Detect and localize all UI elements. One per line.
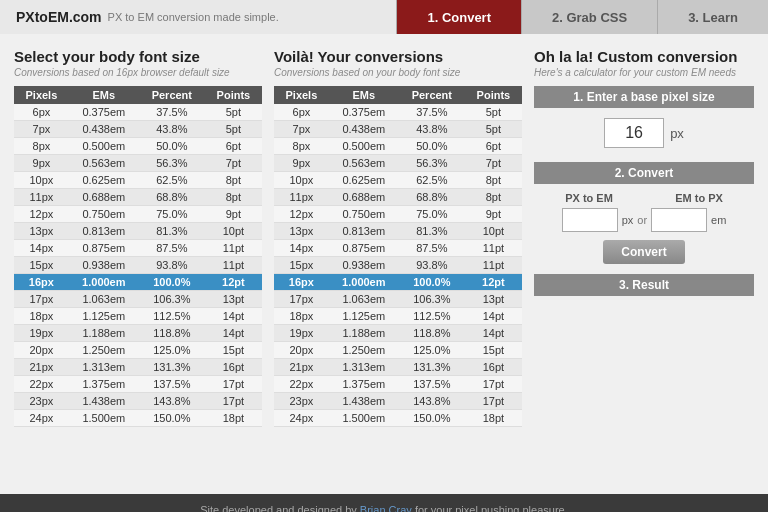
col-pixels-left: Pixels [14, 86, 69, 104]
em-unit-label: em [711, 214, 726, 226]
nav-tabs: 1. Convert 2. Grab CSS 3. Learn [396, 0, 768, 34]
px-input[interactable] [562, 208, 618, 232]
table-row[interactable]: 10px0.625em62.5%8pt [14, 172, 262, 189]
footer-text-after: for your pixel pushing pleasure. [412, 504, 568, 512]
step1-header: 1. Enter a base pixel size [534, 86, 754, 108]
table-row[interactable]: 15px0.938em93.8%11pt [14, 257, 262, 274]
table-row[interactable]: 17px1.063em106.3%13pt [14, 291, 262, 308]
table-row[interactable]: 24px1.500em150.0%18pt [274, 410, 522, 427]
table-row[interactable]: 19px1.188em118.8%14pt [14, 325, 262, 342]
table-row[interactable]: 19px1.188em118.8%14pt [274, 325, 522, 342]
convert-labels: PX to EM EM to PX [534, 192, 754, 204]
table-row[interactable]: 13px0.813em81.3%10pt [14, 223, 262, 240]
table-row[interactable]: 22px1.375em137.5%17pt [14, 376, 262, 393]
table-row[interactable]: 11px0.688em68.8%8pt [14, 189, 262, 206]
table-row[interactable]: 17px1.063em106.3%13pt [274, 291, 522, 308]
middle-table: Pixels EMs Percent Points 6px0.375em37.5… [274, 86, 522, 427]
middle-panel-subtitle: Conversions based on your body font size [274, 67, 522, 78]
table-row[interactable]: 21px1.313em131.3%16pt [274, 359, 522, 376]
table-row[interactable]: 15px0.938em93.8%11pt [274, 257, 522, 274]
col-percent-left: Percent [139, 86, 205, 104]
result-section [534, 304, 754, 344]
left-panel-subtitle: Conversions based on 16px browser defaul… [14, 67, 262, 78]
table-row[interactable]: 24px1.500em150.0%18pt [14, 410, 262, 427]
table-row[interactable]: 11px0.688em68.8%8pt [274, 189, 522, 206]
col-percent-mid: Percent [399, 86, 465, 104]
table-row[interactable]: 10px0.625em62.5%8pt [274, 172, 522, 189]
logo: PXtoEM.com [16, 9, 102, 25]
step2-header: 2. Convert [534, 162, 754, 184]
table-row[interactable]: 7px0.438em43.8%5pt [274, 121, 522, 138]
left-table: Pixels EMs Percent Points 6px0.375em37.5… [14, 86, 262, 427]
footer: Site developed and designed by Brian Cra… [0, 494, 768, 512]
em-input[interactable] [651, 208, 707, 232]
table-row[interactable]: 18px1.125em112.5%14pt [14, 308, 262, 325]
base-pixel-input[interactable] [604, 118, 664, 148]
em-to-px-label: EM to PX [644, 192, 754, 204]
right-panel: Oh la la! Custom conversion Here's a cal… [534, 48, 754, 484]
table-row[interactable]: 6px0.375em37.5%5pt [14, 104, 262, 121]
tab-learn[interactable]: 3. Learn [657, 0, 768, 34]
table-row[interactable]: 9px0.563em56.3%7pt [14, 155, 262, 172]
left-panel-title: Select your body font size [14, 48, 262, 65]
col-pixels-mid: Pixels [274, 86, 329, 104]
col-points-mid: Points [465, 86, 522, 104]
tab-convert[interactable]: 1. Convert [396, 0, 521, 34]
col-points-left: Points [205, 86, 262, 104]
table-row[interactable]: 9px0.563em56.3%7pt [274, 155, 522, 172]
left-panel: Select your body font size Conversions b… [14, 48, 262, 484]
table-row[interactable]: 7px0.438em43.8%5pt [14, 121, 262, 138]
step3-header: 3. Result [534, 274, 754, 296]
table-row[interactable]: 8px0.500em50.0%6pt [14, 138, 262, 155]
footer-link[interactable]: Brian Cray [360, 504, 412, 512]
logo-area: PXtoEM.com PX to EM conversion made simp… [0, 0, 295, 34]
px-unit-label: px [622, 214, 634, 226]
or-text: or [637, 214, 647, 226]
px-to-em-label: PX to EM [534, 192, 644, 204]
table-row[interactable]: 6px0.375em37.5%5pt [274, 104, 522, 121]
table-row[interactable]: 12px0.750em75.0%9pt [274, 206, 522, 223]
convert-section: PX to EM EM to PX px or em Convert [534, 192, 754, 264]
table-row[interactable]: 13px0.813em81.3%10pt [274, 223, 522, 240]
col-ems-left: EMs [69, 86, 139, 104]
base-px-label: px [670, 126, 684, 141]
logo-tagline: PX to EM conversion made simple. [108, 11, 279, 23]
footer-text-before: Site developed and designed by [200, 504, 360, 512]
tab-grab-css[interactable]: 2. Grab CSS [521, 0, 657, 34]
base-pixel-box: px [534, 118, 754, 148]
table-row[interactable]: 20px1.250em125.0%15pt [274, 342, 522, 359]
table-row[interactable]: 8px0.500em50.0%6pt [274, 138, 522, 155]
convert-inputs: px or em [534, 208, 754, 232]
table-row[interactable]: 23px1.438em143.8%17pt [14, 393, 262, 410]
main-content: Select your body font size Conversions b… [0, 34, 768, 494]
table-row[interactable]: 22px1.375em137.5%17pt [274, 376, 522, 393]
right-panel-title: Oh la la! Custom conversion [534, 48, 754, 65]
right-panel-subtitle: Here's a calculator for your custom EM n… [534, 67, 754, 78]
table-row[interactable]: 14px0.875em87.5%11pt [14, 240, 262, 257]
middle-panel-title: Voilà! Your conversions [274, 48, 522, 65]
convert-button[interactable]: Convert [603, 240, 684, 264]
table-row[interactable]: 23px1.438em143.8%17pt [274, 393, 522, 410]
col-ems-mid: EMs [329, 86, 399, 104]
table-row[interactable]: 14px0.875em87.5%11pt [274, 240, 522, 257]
table-row[interactable]: 18px1.125em112.5%14pt [274, 308, 522, 325]
header: PXtoEM.com PX to EM conversion made simp… [0, 0, 768, 34]
middle-panel: Voilà! Your conversions Conversions base… [274, 48, 522, 484]
table-row[interactable]: 12px0.750em75.0%9pt [14, 206, 262, 223]
table-row[interactable]: 21px1.313em131.3%16pt [14, 359, 262, 376]
table-row[interactable]: 20px1.250em125.0%15pt [14, 342, 262, 359]
table-row[interactable]: 16px1.000em100.0%12pt [14, 274, 262, 291]
table-row[interactable]: 16px1.000em100.0%12pt [274, 274, 522, 291]
